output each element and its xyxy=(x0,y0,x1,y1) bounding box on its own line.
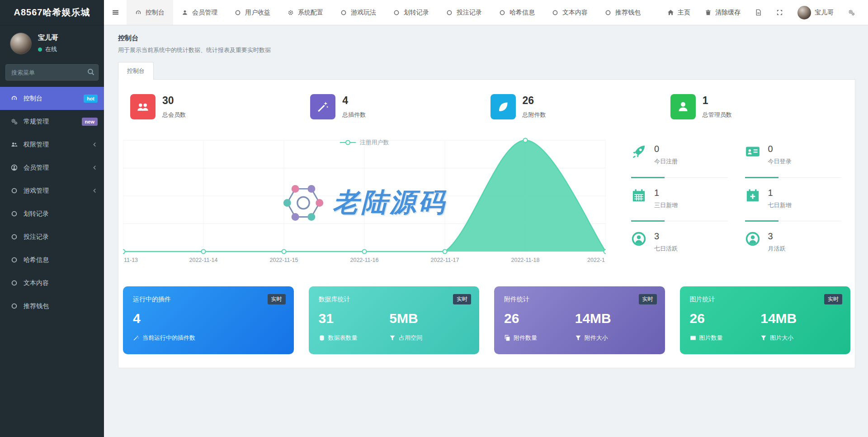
stat-icon-0 xyxy=(130,94,156,119)
sidebar-item-transfer[interactable]: 划转记录 xyxy=(0,202,104,225)
sidebar-item-console[interactable]: 控制台 hot xyxy=(0,87,104,110)
clear-cache-button[interactable]: 清除缓存 xyxy=(699,0,746,25)
circle-icon xyxy=(552,10,558,16)
hot-badge: hot xyxy=(84,95,98,103)
calendar-icon xyxy=(631,188,646,203)
app-title: A8567哈希娱乐城 xyxy=(0,0,104,25)
card-title: 附件统计 xyxy=(504,295,655,304)
tab-member[interactable]: 会员管理 xyxy=(173,0,226,25)
circle-icon xyxy=(393,10,400,16)
page-header: 控制台 用于展示当前系统中的统计数据、统计报表及重要实时数据 xyxy=(118,25,855,54)
chevron-left-icon xyxy=(92,165,98,171)
sidebar-item-auth[interactable]: 权限管理 xyxy=(0,133,104,156)
funnel-icon xyxy=(575,335,581,341)
sidebar-item-text[interactable]: 文本内容 xyxy=(0,271,104,294)
sidebar-item-wallet[interactable]: 推荐钱包 xyxy=(0,294,104,318)
fullscreen-button[interactable] xyxy=(770,0,789,25)
database-icon xyxy=(319,335,325,341)
language-button[interactable] xyxy=(749,0,768,25)
tab-bet[interactable]: 投注记录 xyxy=(438,0,491,25)
stat-icon-2 xyxy=(491,94,516,119)
mini-stats: 0今日注册 0今日登录 1三日新增 1七日新增 xyxy=(606,138,855,275)
sidebar-item-member[interactable]: 会员管理 xyxy=(0,156,104,179)
search-input[interactable] xyxy=(5,64,99,81)
wand-icon xyxy=(133,335,139,341)
stat-total-attachments: 26总附件数 xyxy=(491,94,670,119)
card-3: 图片统计 实时 26 图片数量 14MB 图片大小 xyxy=(680,286,851,354)
circle-icon xyxy=(605,10,611,16)
realtime-badge: 实时 xyxy=(639,294,657,304)
sidebar-item-hash[interactable]: 哈希信息 xyxy=(0,248,104,271)
summary-cards: 运行中的插件 实时 4 当前运行中的插件数 数据库统计 实时 31 xyxy=(123,286,850,354)
tab-config[interactable]: 系统配置 xyxy=(279,0,332,25)
users-icon xyxy=(11,141,18,148)
sidebar-search xyxy=(5,64,99,81)
card-title: 图片统计 xyxy=(690,295,841,304)
metric-attachment-count: 26 附件数量 xyxy=(504,310,575,342)
page-title: 控制台 xyxy=(118,34,855,43)
stat-total-admins: 1总管理员数 xyxy=(670,94,850,119)
fullscreen-icon xyxy=(776,9,783,16)
mini-stat-7day-active: 3七日活跃 xyxy=(631,231,728,265)
user-circle-icon xyxy=(745,231,760,247)
circle-icon xyxy=(11,256,18,263)
tab-console-content[interactable]: 控制台 xyxy=(118,62,154,80)
circle-icon xyxy=(11,210,18,217)
tab-hash[interactable]: 哈希信息 xyxy=(491,0,543,25)
registrations-chart: 注册用户数 11-132022-11-142022-11-152022-11-1… xyxy=(123,138,606,275)
sidebar-item-bet[interactable]: 投注记录 xyxy=(0,225,104,248)
tab-text[interactable]: 文本内容 xyxy=(543,0,596,25)
card-0: 运行中的插件 实时 4 当前运行中的插件数 xyxy=(123,286,294,354)
gear-icon xyxy=(288,10,294,16)
dashboard-panel: 30总会员数 4总插件数 26总附件数 1总管理员数 xyxy=(118,80,855,368)
gears-icon xyxy=(11,118,18,125)
realtime-badge: 实时 xyxy=(824,294,842,304)
svg-text:2022-1: 2022-1 xyxy=(587,257,605,263)
new-badge: new xyxy=(82,118,98,126)
wand-icon xyxy=(316,100,329,113)
home-button[interactable]: 主页 xyxy=(661,0,696,25)
card-2: 附件统计 实时 26 附件数量 14MB 附件大小 xyxy=(494,286,665,354)
tab-wallet[interactable]: 推荐钱包 xyxy=(596,0,649,25)
user-status-label: 在线 xyxy=(45,45,57,53)
chart-section: 注册用户数 11-132022-11-142022-11-152022-11-1… xyxy=(118,138,855,275)
metric-running-plugins: 4 当前运行中的插件数 xyxy=(133,310,204,342)
avatar[interactable] xyxy=(10,33,32,54)
tab-console[interactable]: 控制台 xyxy=(127,0,173,25)
avatar xyxy=(797,6,811,19)
sidebar-menu: 控制台 hot 常规管理 new 权限管理 会员管理 游戏管理 划转记录 xyxy=(0,87,104,318)
card-1: 数据库统计 实时 31 数据表数量 5MB 占用空间 xyxy=(309,286,480,354)
search-icon[interactable] xyxy=(87,68,95,76)
chart-legend[interactable]: 注册用户数 xyxy=(340,138,389,147)
circle-icon xyxy=(340,10,347,16)
metric-db-size: 5MB 占用空间 xyxy=(389,310,460,342)
tab-gameplay[interactable]: 游戏玩法 xyxy=(332,0,385,25)
sidebar-item-game[interactable]: 游戏管理 xyxy=(0,179,104,202)
user-circle-icon xyxy=(631,231,646,247)
metric-db-tables: 31 数据表数量 xyxy=(319,310,390,342)
chevron-left-icon xyxy=(92,142,98,147)
stat-total-plugins: 4总插件数 xyxy=(310,94,490,119)
user-menu[interactable]: 宝儿哥 xyxy=(792,0,840,25)
circle-icon xyxy=(11,187,18,194)
group-icon xyxy=(137,100,149,113)
svg-text:2022-11-15: 2022-11-15 xyxy=(269,257,298,263)
tab-transfer[interactable]: 划转记录 xyxy=(385,0,438,25)
circle-icon xyxy=(235,10,241,16)
calendar-plus-icon xyxy=(745,188,760,203)
page-subtitle: 用于展示当前系统中的统计数据、统计报表及重要实时数据 xyxy=(118,46,855,54)
funnel-icon xyxy=(389,335,396,341)
sidebar-item-general[interactable]: 常规管理 new xyxy=(0,110,104,133)
metric-image-size: 14MB 图片大小 xyxy=(760,310,831,342)
content: 控制台 用于展示当前系统中的统计数据、统计报表及重要实时数据 控制台 30总会员… xyxy=(104,25,868,368)
stat-total-members: 30总会员数 xyxy=(130,94,310,119)
nav-right: 主页 清除缓存 宝儿哥 xyxy=(661,0,868,25)
nav-tabs: 控制台 会员管理 用户收益 系统配置 游戏玩法 划转记录 xyxy=(127,0,661,25)
chevron-left-icon xyxy=(92,188,98,194)
menu-icon xyxy=(112,9,119,16)
sidebar-toggle-button[interactable] xyxy=(104,0,127,25)
realtime-badge: 实时 xyxy=(453,294,471,304)
dashboard-icon xyxy=(11,95,18,102)
tab-income[interactable]: 用户收益 xyxy=(226,0,279,25)
settings-button[interactable] xyxy=(842,0,861,25)
